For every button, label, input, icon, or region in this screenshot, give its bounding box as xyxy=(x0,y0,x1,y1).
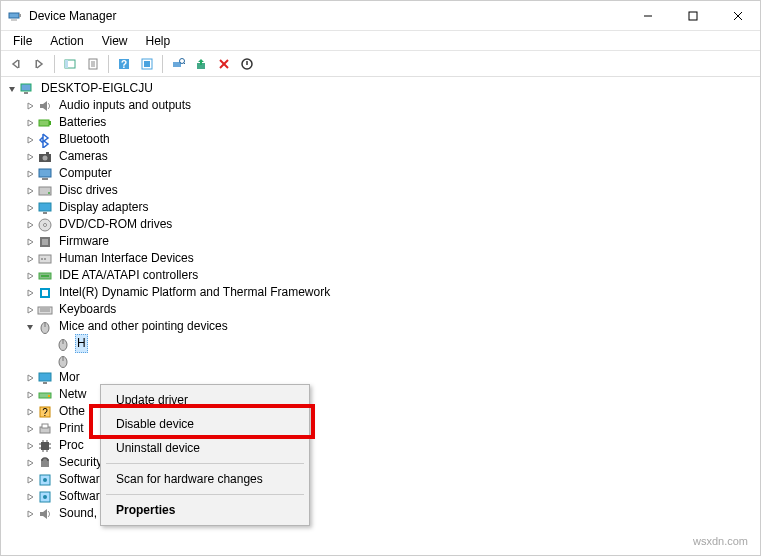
tree-category[interactable]: Mice and other pointing devices xyxy=(5,318,760,335)
back-button[interactable] xyxy=(5,53,27,75)
tree-category[interactable]: Batteries xyxy=(5,114,760,131)
expand-icon[interactable] xyxy=(23,235,37,249)
svg-point-80 xyxy=(43,495,47,499)
security-icon xyxy=(37,455,53,471)
uninstall-button[interactable] xyxy=(213,53,235,75)
svg-rect-37 xyxy=(39,203,51,211)
svg-rect-47 xyxy=(41,275,49,277)
tree-device[interactable]: H xyxy=(5,335,760,352)
tree-category[interactable]: Intel(R) Dynamic Platform and Thermal Fr… xyxy=(5,284,760,301)
help-button[interactable]: ? xyxy=(113,53,135,75)
scan-hardware-button[interactable] xyxy=(167,53,189,75)
cm-scan-hardware[interactable]: Scan for hardware changes xyxy=(104,467,306,491)
properties-button[interactable] xyxy=(82,53,104,75)
network-icon xyxy=(37,387,53,403)
expand-icon[interactable] xyxy=(23,150,37,164)
tree-category[interactable]: Keyboards xyxy=(5,301,760,318)
expand-icon[interactable] xyxy=(23,490,37,504)
expand-icon[interactable] xyxy=(23,405,37,419)
menu-file[interactable]: File xyxy=(5,32,40,50)
svg-rect-66 xyxy=(42,424,48,428)
cm-uninstall-device[interactable]: Uninstall device xyxy=(104,436,306,460)
expand-icon[interactable] xyxy=(23,388,37,402)
expand-icon[interactable] xyxy=(23,133,37,147)
collapse-icon[interactable] xyxy=(23,320,37,334)
expand-icon[interactable] xyxy=(23,371,37,385)
cm-update-driver[interactable]: Update driver xyxy=(104,388,306,412)
tree-category[interactable]: Bluetooth xyxy=(5,131,760,148)
battery-icon xyxy=(37,115,53,131)
cd-icon xyxy=(37,217,53,233)
svg-rect-2 xyxy=(11,19,17,21)
tree-category-label: Disc drives xyxy=(57,182,120,199)
collapse-icon[interactable] xyxy=(5,82,19,96)
tree-category-label: Firmware xyxy=(57,233,111,250)
expand-icon[interactable] xyxy=(23,439,37,453)
tree-category-label: Display adapters xyxy=(57,199,150,216)
tree-category-label: DVD/CD-ROM drives xyxy=(57,216,174,233)
disable-button[interactable] xyxy=(236,53,258,75)
svg-rect-34 xyxy=(42,178,48,180)
window-title: Device Manager xyxy=(29,9,625,23)
expand-icon[interactable] xyxy=(23,303,37,317)
watermark: wsxdn.com xyxy=(693,535,748,547)
tree-category-label: Batteries xyxy=(57,114,108,131)
expand-icon[interactable] xyxy=(23,99,37,113)
expand-icon[interactable] xyxy=(23,167,37,181)
disk-icon xyxy=(37,183,53,199)
app-icon xyxy=(7,8,23,24)
tree-category[interactable]: Audio inputs and outputs xyxy=(5,97,760,114)
maximize-button[interactable] xyxy=(670,1,715,31)
svg-rect-42 xyxy=(42,239,48,245)
minimize-button[interactable] xyxy=(625,1,670,31)
tree-category-label: Audio inputs and outputs xyxy=(57,97,193,114)
expand-icon[interactable] xyxy=(23,116,37,130)
tree-device[interactable] xyxy=(5,352,760,369)
sound-icon xyxy=(37,506,53,522)
forward-button[interactable] xyxy=(28,53,50,75)
tree-category-label: Othe xyxy=(57,403,87,420)
svg-rect-28 xyxy=(39,120,49,126)
svg-rect-29 xyxy=(49,121,51,125)
tree-device-label: H xyxy=(75,334,88,353)
expand-icon[interactable] xyxy=(23,507,37,521)
expand-icon[interactable] xyxy=(23,218,37,232)
tree-category[interactable]: Display adapters xyxy=(5,199,760,216)
expand-icon[interactable] xyxy=(23,286,37,300)
software-icon xyxy=(37,489,53,505)
svg-rect-62 xyxy=(48,395,50,397)
svg-point-36 xyxy=(48,192,50,194)
tree-category-label: Cameras xyxy=(57,148,110,165)
cm-properties[interactable]: Properties xyxy=(104,498,306,522)
tree-root[interactable]: DESKTOP-EIGLCJU xyxy=(5,80,760,97)
tree-category[interactable]: Cameras xyxy=(5,148,760,165)
tree-category[interactable]: Human Interface Devices xyxy=(5,250,760,267)
show-hide-console-button[interactable] xyxy=(59,53,81,75)
expand-icon[interactable] xyxy=(23,184,37,198)
menu-action[interactable]: Action xyxy=(42,32,91,50)
expand-icon[interactable] xyxy=(23,422,37,436)
action-button[interactable] xyxy=(136,53,158,75)
tree-category-label: Netw xyxy=(57,386,88,403)
tree-category[interactable]: Firmware xyxy=(5,233,760,250)
expand-icon[interactable] xyxy=(23,201,37,215)
cm-separator xyxy=(106,463,304,464)
expand-icon[interactable] xyxy=(23,252,37,266)
svg-text:?: ? xyxy=(121,59,127,70)
tree-category[interactable]: Disc drives xyxy=(5,182,760,199)
twisty-spacer xyxy=(41,337,55,351)
tree-category[interactable]: Computer xyxy=(5,165,760,182)
menu-view[interactable]: View xyxy=(94,32,136,50)
expand-icon[interactable] xyxy=(23,269,37,283)
cm-disable-device[interactable]: Disable device xyxy=(104,412,306,436)
expand-icon[interactable] xyxy=(23,473,37,487)
svg-rect-32 xyxy=(46,152,49,154)
menu-help[interactable]: Help xyxy=(138,32,179,50)
tree-category[interactable]: DVD/CD-ROM drives xyxy=(5,216,760,233)
expand-icon[interactable] xyxy=(23,456,37,470)
close-button[interactable] xyxy=(715,1,760,31)
cm-separator xyxy=(106,494,304,495)
tree-category[interactable]: IDE ATA/ATAPI controllers xyxy=(5,267,760,284)
update-driver-button[interactable] xyxy=(190,53,212,75)
menubar: File Action View Help xyxy=(1,31,760,51)
